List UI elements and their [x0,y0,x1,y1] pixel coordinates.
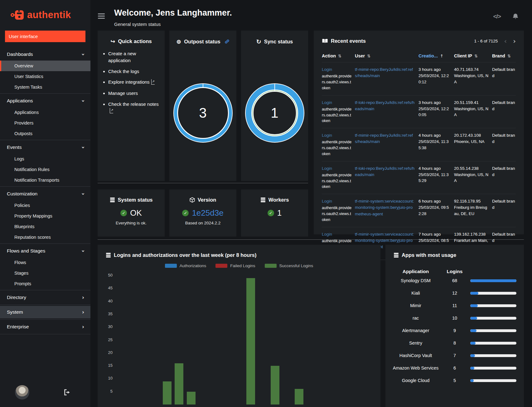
workers-card: Workers ✓ 1 [241,189,308,237]
app-login-count: 68 [442,278,467,283]
event-action-link[interactable]: Login [322,232,332,237]
sidebar-heading-flows-and-stages[interactable]: Flows and Stages› [0,245,90,257]
workers-value: 1 [277,208,282,218]
sidebar-item-providers[interactable]: Providers [0,118,90,128]
event-action-link[interactable]: Login [322,100,332,105]
y-axis-tick: 50 [103,273,113,277]
app-usage-progress-fill [470,342,476,345]
sidebar-item-logs[interactable]: Logs [0,154,90,164]
sidebar-item-outposts[interactable]: Outposts [0,128,90,139]
event-geo: Washington, US, NA [454,172,489,184]
app-usage-row: Google Cloud5 [389,374,520,387]
user-interface-button[interactable]: User interface [5,31,85,42]
y-axis-tick: 40 [103,299,113,303]
column-creation-date[interactable]: Creatio...↑ [418,53,451,58]
sidebar-heading-directory[interactable]: Directory› [0,291,90,304]
quick-action-check-the-logs[interactable]: Check the logs [108,68,159,75]
app-usage-progressbar [470,317,516,320]
event-user-cell: tf-loki-repo:BeryJu/k8s:ref:refs/heads/m… [355,165,415,190]
event-action-cell: Loginauthentik.providers.oauth2.views.to… [322,100,352,124]
event-user-link[interactable]: tf-mimir-repo:BeryJu/k8s:ref:refs/heads/… [355,67,413,78]
avatar[interactable] [15,385,29,400]
event-action-link[interactable]: Login [322,133,332,138]
event-user-cell: tf-loki-repo:BeryJu/k8s:ref:refs/heads/m… [355,100,415,124]
sidebar-item-stages[interactable]: Stages [0,268,90,278]
event-action-cell: Loginauthentik.providers.oauth2.views.to… [322,165,352,190]
app-name: Synology DSM [389,278,442,284]
event-action-link[interactable]: Login [322,166,332,171]
app-login-count: 10 [442,316,467,321]
app-usage-progressbar [470,367,516,370]
app-usage-progressbar [470,342,516,345]
sidebar-item-prompts[interactable]: Prompts [0,278,90,289]
sidebar-item-overview[interactable]: Overview [0,61,90,71]
event-user-link[interactable]: tf-mimir-repo:BeryJu/k8s:ref:refs/heads/… [355,133,413,144]
event-time-relative: 3 hours ago [418,100,451,106]
column-user[interactable]: User⇅ [355,53,415,58]
sidebar-item-reputation-scores[interactable]: Reputation scores [0,232,90,243]
event-action-context: authentik.providers.oauth2.views.token [322,106,352,124]
check-icon: ✓ [184,211,187,215]
sort-icon[interactable]: ⇅ [507,54,511,58]
quick-actions-title: Quick actions [118,38,152,44]
app-usage-progress-fill [470,279,516,282]
sort-icon[interactable]: ⇅ [367,54,370,58]
app-usage-progressbar [470,292,516,295]
logout-icon[interactable] [64,389,71,396]
event-action-cell: Loginauthentik.providers.oauth2.views.to… [322,132,352,157]
pagination-next-icon[interactable]: › [513,38,516,44]
sidebar-heading-dashboards[interactable]: Dashboards› [0,48,90,61]
quick-action-manage-users[interactable]: Manage users [108,90,159,97]
sidebar-item-property-mappings[interactable]: Property Mappings [0,211,90,221]
column-client-ip[interactable]: Client IP⇅ [454,53,489,58]
sidebar-item-flows[interactable]: Flows [0,257,90,268]
event-user-cell: tf-mimir-system:serviceaccount:monitorin… [355,198,415,223]
event-client-ip-cell: 20.51.159.41Washington, US, NA [454,100,489,124]
quick-action-explore-integrations[interactable]: Explore integrations↗ [108,79,159,86]
sort-icon[interactable]: ⇅ [474,54,478,58]
sidebar-item-blueprints[interactable]: Blueprints [0,221,90,232]
chevron-down-icon: › [80,146,86,148]
sidebar-item-policies[interactable]: Policies [0,200,90,211]
sort-icon[interactable]: ⇅ [338,54,341,58]
event-user-link[interactable]: tf-loki-repo:BeryJu/k8s:ref:refs/heads/m… [355,100,414,111]
column-brand[interactable]: Brand⇅ [492,53,516,58]
sync-icon: ↻ [256,38,261,45]
event-user-link[interactable]: tf-loki-repo:BeryJu/k8s:ref:refs/heads/m… [355,166,414,177]
notifications-bell-icon[interactable] [512,13,519,20]
app-usage-progressbar [470,354,516,357]
menu-icon[interactable] [98,12,105,20]
event-action-link[interactable]: Login [322,199,332,203]
app-usage-row: HashiCorp Vault7 [389,349,520,362]
event-user-link[interactable]: tf-mimir-system:serviceaccount:monitorin… [355,199,414,216]
sidebar-item-system-tasks[interactable]: System Tasks [0,82,90,92]
sidebar-item-user-statistics[interactable]: User Statistics [0,71,90,82]
page-subtitle: General system status [114,22,232,27]
sidebar-heading-system[interactable]: System› [0,306,90,318]
recent-events-panel: Recent events 1 - 6 of 7125 ‹ › Action⇅ … [314,31,524,234]
chart-bar [271,366,279,405]
api-code-icon[interactable]: </> [493,13,501,20]
event-action-link[interactable]: Login [322,67,332,72]
server-icon [394,253,399,258]
app-usage-progress-fill [470,367,474,370]
sidebar-heading-events[interactable]: Events› [0,141,90,154]
quick-action-create-a-new-application[interactable]: Create a new application [108,50,159,64]
version-value[interactable]: 1e25d3e [192,208,223,218]
sidebar-item-applications[interactable]: Applications [0,107,90,118]
app-name: HashiCorp Vault [389,353,442,359]
sidebar-item-notification-rules[interactable]: Notification Rules [0,164,90,175]
sidebar-item-notification-transports[interactable]: Notification Transports [0,175,90,185]
pagination-prev-icon[interactable]: ‹ [504,38,507,44]
outpost-link-icon[interactable] [225,39,230,44]
event-time-absolute: 25/03/2024, 09:52:28 [418,204,451,217]
event-geo: Phoenix, US, NA [454,139,489,145]
quick-actions-card: ↪ Quick actions Create a new application… [98,31,165,181]
column-action[interactable]: Action⇅ [322,53,352,58]
y-axis-tick: 20 [103,350,113,355]
sidebar-heading-enterprise[interactable]: Enterprise› [0,321,90,333]
sidebar-heading-customization[interactable]: Customization› [0,188,90,200]
sidebar-heading-applications[interactable]: Applications› [0,95,90,107]
sort-asc-icon[interactable]: ↑ [440,54,443,58]
quick-action-check-the-release-notes[interactable]: Check the release notes↗ [108,101,159,115]
